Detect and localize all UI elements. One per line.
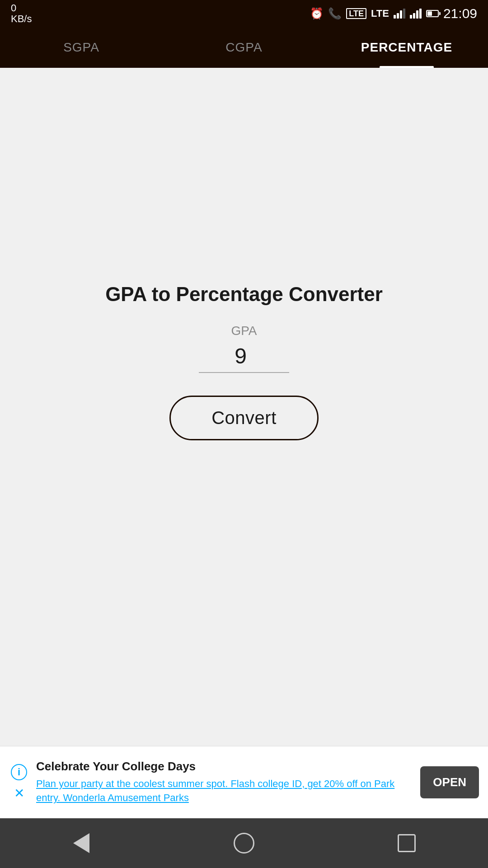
status-time: 21:09 [443, 6, 477, 21]
nav-back-icon [73, 833, 89, 853]
ad-close-icon[interactable]: ✕ [14, 786, 24, 801]
status-bar: 0 KB/s ⏰ 📞 LTE LTE 21:09 [0, 0, 488, 27]
ad-text-area: Celebrate Your College Days Plan your pa… [36, 760, 413, 805]
call-icon: 📞 [328, 7, 342, 20]
nav-back-button[interactable] [68, 830, 95, 857]
gpa-input[interactable] [199, 344, 289, 373]
signal-icon-2 [410, 9, 422, 19]
data-speed: 0 KB/s [11, 3, 32, 24]
main-content: GPA to Percentage Converter GPA Convert [0, 68, 488, 746]
tab-cgpa[interactable]: CGPA [163, 27, 325, 68]
tab-sgpa[interactable]: SGPA [0, 27, 163, 68]
ad-info-icon: i [11, 764, 27, 780]
ad-icons: i ✕ [9, 764, 29, 801]
battery-icon [426, 10, 439, 17]
nav-bar [0, 818, 488, 868]
signal-icon-1 [394, 9, 405, 19]
nav-home-icon [234, 833, 254, 854]
tab-bar: SGPA CGPA PERCENTAGE [0, 27, 488, 68]
ad-open-button[interactable]: OPEN [420, 766, 479, 798]
lte-badge-1: LTE [346, 8, 366, 19]
convert-button[interactable]: Convert [169, 396, 319, 440]
ad-banner: i ✕ Celebrate Your College Days Plan you… [0, 746, 488, 818]
status-icons: ⏰ 📞 LTE LTE 21:09 [310, 6, 477, 21]
converter-title: GPA to Percentage Converter [105, 283, 383, 306]
nav-recent-button[interactable] [393, 830, 420, 857]
nav-home-button[interactable] [230, 830, 258, 857]
tab-percentage[interactable]: PERCENTAGE [325, 27, 488, 68]
nav-recent-icon [398, 834, 416, 852]
alarm-icon: ⏰ [310, 7, 324, 20]
ad-title: Celebrate Your College Days [36, 760, 413, 774]
ad-body: Plan your party at the coolest summer sp… [36, 777, 413, 805]
gpa-label: GPA [231, 324, 257, 338]
lte-text: LTE [371, 8, 389, 19]
